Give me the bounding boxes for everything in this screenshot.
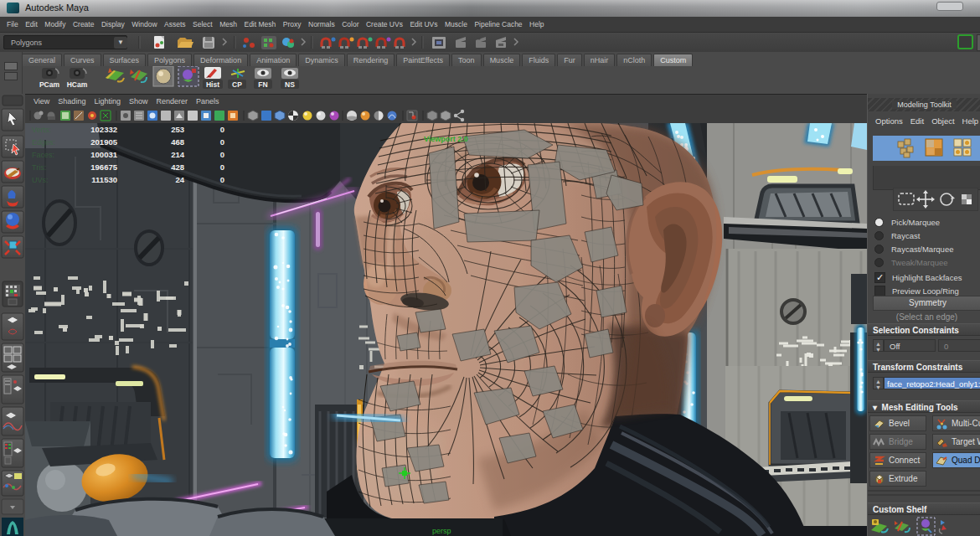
svg-text:0: 0 <box>220 175 224 184</box>
svg-text:100031: 100031 <box>90 150 117 159</box>
svg-text:0: 0 <box>220 137 224 147</box>
svg-text:UVs:: UVs: <box>32 176 49 184</box>
svg-text:Faces:: Faces: <box>32 151 54 159</box>
svg-text:Edges:: Edges: <box>32 138 55 147</box>
svg-text:PCam: PCam <box>39 80 60 89</box>
svg-text:0: 0 <box>220 125 224 134</box>
svg-text:0: 0 <box>220 162 224 172</box>
svg-text:24: 24 <box>175 175 184 184</box>
svg-text:CP: CP <box>232 80 242 89</box>
svg-text:Tris:: Tris: <box>32 163 46 172</box>
svg-text:Hist: Hist <box>206 80 219 89</box>
svg-text:196675: 196675 <box>90 162 117 172</box>
svg-text:persp: persp <box>432 527 451 535</box>
svg-text:428: 428 <box>171 162 184 172</box>
svg-text:0: 0 <box>220 150 224 159</box>
svg-text:214: 214 <box>171 150 185 159</box>
svg-text:253: 253 <box>171 125 184 134</box>
svg-text:NS: NS <box>285 80 295 89</box>
svg-text:Viewport 2.0: Viewport 2.0 <box>424 135 468 143</box>
svg-text:102332: 102332 <box>90 125 117 134</box>
svg-text:468: 468 <box>171 137 184 147</box>
svg-text:111530: 111530 <box>91 175 117 184</box>
svg-text:FN: FN <box>258 80 267 89</box>
svg-text:Verts:: Verts: <box>32 126 51 134</box>
svg-text:HCam: HCam <box>67 80 88 89</box>
svg-text:201905: 201905 <box>90 137 117 147</box>
